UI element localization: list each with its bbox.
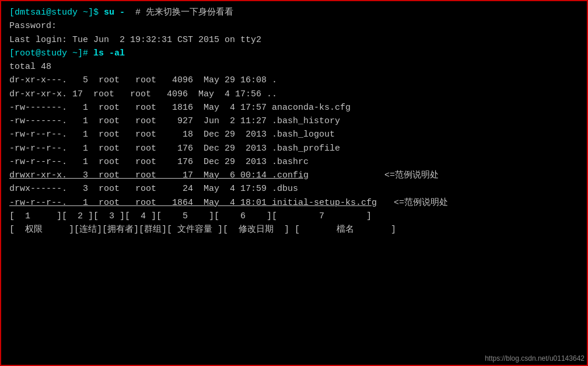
terminal-line-17: [ 权限 ][连结][拥有者][群组][ 文件容量 ][ 修改日期 ] [ 檔名… <box>9 223 579 236</box>
column-numbers: [ 1 ][ 2 ][ 3 ][ 4 ][ 5 ][ 6 ][ 7 ] <box>9 211 372 221</box>
annotation-config: <=范例说明处 <box>332 169 439 182</box>
terminal-line-13: drwxr-xr-x. 3 root root 17 May 6 00:14 .… <box>9 169 579 182</box>
column-labels: [ 权限 ][连结][拥有者][群组][ 文件容量 ][ 修改日期 ] [ 檔名… <box>9 225 396 235</box>
terminal-line-6: dr-xr-x---. 5 root root 4096 May 29 16:0… <box>9 74 579 87</box>
terminal-line-5: total 48 <box>9 60 579 74</box>
file-entry-6: -rw-r--r--. 1 root root 176 Dec 29 2013 … <box>9 144 340 154</box>
space <box>88 48 93 58</box>
su-command: su - <box>104 8 125 18</box>
terminal-line-1: [dmtsai@study ~]$ su - # 先来切换一下身份看看 <box>9 6 579 19</box>
prompt-1: [dmtsai@study ~]$ <box>9 8 99 18</box>
file-entry-7: -rw-r--r--. 1 root root 176 Dec 29 2013 … <box>9 157 309 167</box>
terminal-line-8: -rw-------. 1 root root 1816 May 4 17:57… <box>9 101 579 114</box>
terminal-line-14: drwx------. 3 root root 24 May 4 17:59 .… <box>9 182 579 196</box>
terminal-line-11: -rw-r--r--. 1 root root 176 Dec 29 2013 … <box>9 142 579 155</box>
footer-url: https://blog.csdn.net/u01143642 <box>485 354 584 362</box>
ls-command: ls -al <box>93 48 125 58</box>
terminal-line-16: [ 1 ][ 2 ][ 3 ][ 4 ][ 5 ][ 6 ][ 7 ] <box>9 210 579 223</box>
annotation-setup: <=范例说明处 <box>388 196 448 210</box>
terminal-line-2: Password: <box>9 19 579 33</box>
last-login-text: Last login: Tue Jun 2 19:32:31 CST 2015 … <box>9 35 261 45</box>
file-entry-3: -rw-------. 1 root root 1816 May 4 17:57… <box>9 103 351 113</box>
file-entry-9: drwx------. 3 root root 24 May 4 17:59 .… <box>9 184 298 194</box>
file-entry-1: dr-xr-x---. 5 root root 4096 May 29 16:0… <box>9 75 277 85</box>
file-entry-5: -rw-r--r--. 1 root root 18 Dec 29 2013 .… <box>9 130 335 140</box>
terminal-line-12: -rw-r--r--. 1 root root 176 Dec 29 2013 … <box>9 155 579 169</box>
terminal-line-10: -rw-r--r--. 1 root root 18 Dec 29 2013 .… <box>9 128 579 141</box>
file-entry-10: -rw-r--r--. 1 root root 1864 May 4 18:01… <box>9 196 377 210</box>
file-entry-2: dr-xr-xr-x. 17 root root 4096 May 4 17:5… <box>9 89 277 99</box>
terminal-line-9: -rw-------. 1 root root 927 Jun 2 11:27 … <box>9 114 579 128</box>
password-label: Password: <box>9 21 57 31</box>
file-entry-4: -rw-------. 1 root root 927 Jun 2 11:27 … <box>9 116 340 126</box>
comment-1: # 先来切换一下身份看看 <box>125 8 233 18</box>
cmd-su <box>99 8 104 18</box>
terminal-line-7: dr-xr-xr-x. 17 root root 4096 May 4 17:5… <box>9 88 579 101</box>
root-prompt: [root@study ~]# <box>9 48 88 58</box>
terminal-window: [dmtsai@study ~]$ su - # 先来切换一下身份看看 Pass… <box>0 0 588 366</box>
file-entry-8: drwxr-xr-x. 3 root root 17 May 6 00:14 .… <box>9 169 309 182</box>
terminal-line-4: [root@study ~]# ls -al <box>9 47 579 60</box>
terminal-line-3: Last login: Tue Jun 2 19:32:31 CST 2015 … <box>9 33 579 47</box>
total-text: total 48 <box>9 62 51 72</box>
terminal-line-15: -rw-r--r--. 1 root root 1864 May 4 18:01… <box>9 196 579 210</box>
